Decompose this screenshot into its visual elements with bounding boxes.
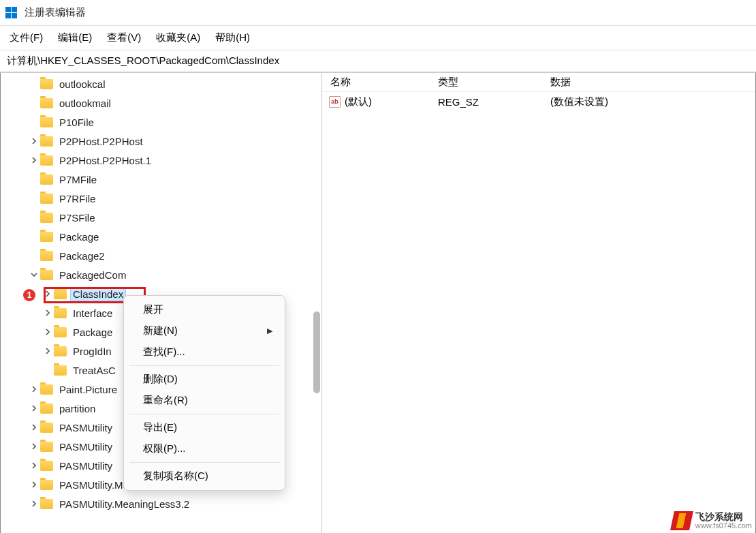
menu-export[interactable]: 导出(E) — [124, 417, 285, 438]
tree-node-label: P7MFile — [59, 174, 97, 185]
menu-rename[interactable]: 重命名(R) — [124, 390, 285, 411]
values-pane: 名称 类型 数据 ab(默认)REG_SZ(数值未设置) — [322, 73, 755, 533]
value-name: (默认) — [345, 95, 372, 108]
folder-icon — [40, 461, 53, 471]
menu-edit[interactable]: 编辑(E) — [58, 31, 92, 44]
chevron-right-icon[interactable] — [29, 384, 39, 394]
menu-separator — [129, 365, 279, 366]
menu-help[interactable]: 帮助(H) — [215, 31, 250, 44]
chevron-right-icon: ▶ — [267, 326, 272, 335]
regedit-icon — [5, 7, 18, 19]
folder-icon — [40, 98, 53, 108]
tree-node-label: TreatAsC — [73, 365, 116, 376]
chevron-right-icon[interactable] — [43, 346, 52, 356]
chevron-right-icon[interactable] — [29, 423, 39, 432]
tree-node-label: Interface — [73, 307, 112, 319]
folder-icon — [40, 79, 53, 89]
context-menu: 展开 新建(N) ▶ 查找(F)... 删除(D) 重命名(R) 导出(E) 权… — [123, 295, 285, 491]
tree-node-label: PackagedCom — [59, 269, 126, 281]
chevron-right-icon[interactable] — [29, 403, 39, 413]
value-row[interactable]: ab(默认)REG_SZ(数值未设置) — [322, 92, 755, 111]
chevron-right-icon[interactable] — [29, 461, 39, 470]
folder-icon — [40, 136, 53, 147]
menubar: 文件(F) 编辑(E) 查看(V) 收藏夹(A) 帮助(H) — [0, 26, 756, 50]
menu-view[interactable]: 查看(V) — [107, 31, 141, 44]
callout-1: 1 — [23, 289, 35, 301]
chevron-right-icon[interactable] — [29, 499, 39, 508]
addressbar[interactable]: 计算机\HKEY_CLASSES_ROOT\PackagedCom\ClassI… — [0, 50, 756, 72]
folder-icon — [40, 194, 53, 204]
menu-separator — [129, 414, 279, 414]
chevron-right-icon[interactable] — [29, 136, 39, 146]
menu-delete[interactable]: 删除(D) — [124, 369, 285, 390]
tree-node-label: ProgIdIn — [73, 346, 112, 357]
menu-delete-label: 删除(D) — [143, 373, 178, 386]
chevron-right-icon[interactable] — [43, 308, 52, 318]
tree-node[interactable]: outlookmail — [1, 93, 321, 112]
column-data[interactable]: 数据 — [550, 76, 755, 89]
tree-node[interactable]: outlookcal — [1, 74, 321, 93]
folder-icon — [40, 232, 53, 242]
menu-favorites[interactable]: 收藏夹(A) — [156, 31, 200, 44]
tree-node[interactable]: PASMUtility.MeaningLess3.2 — [1, 494, 321, 513]
menu-copy-key-name-label: 复制项名称(C) — [143, 470, 208, 483]
folder-icon — [40, 499, 53, 509]
tree-node-label: PASMUtility — [59, 460, 112, 472]
folder-icon — [54, 365, 67, 376]
tree-node[interactable]: P7SFile — [1, 208, 321, 227]
tree-node-label: P7SFile — [59, 212, 95, 224]
tree-node-label: P2PHost.P2PHost — [59, 136, 143, 147]
chevron-right-icon[interactable] — [43, 327, 52, 337]
tree-node-label: PASMUtility — [59, 441, 112, 453]
menu-separator — [129, 462, 279, 463]
menu-find[interactable]: 查找(F)... — [124, 341, 285, 363]
folder-icon — [40, 442, 53, 452]
chevron-right-icon[interactable] — [43, 289, 52, 299]
tree-node[interactable]: P7MFile — [1, 170, 321, 189]
tree-node-label: PASMUtility — [59, 422, 112, 433]
folder-icon — [40, 155, 53, 166]
tree-node[interactable]: P2PHost.P2PHost — [1, 132, 321, 151]
folder-icon — [54, 289, 67, 299]
tree-node[interactable]: P7RFile — [1, 189, 321, 208]
watermark-url: www.fs0745.com — [695, 522, 752, 530]
value-data: (数值未设置) — [550, 95, 755, 108]
tree-node[interactable]: P2PHost.P2PHost.1 — [1, 151, 321, 170]
chevron-right-icon[interactable] — [29, 155, 39, 165]
menu-new-label: 新建(N) — [143, 324, 178, 337]
tree-node[interactable]: Package2 — [1, 246, 321, 265]
tree-node[interactable]: P10File — [1, 112, 321, 132]
tree-pane: outlookcaloutlookmailP10FileP2PHost.P2PH… — [1, 73, 322, 533]
tree-node[interactable]: Package — [1, 227, 321, 246]
folder-icon — [54, 346, 67, 356]
menu-copy-key-name[interactable]: 复制项名称(C) — [124, 466, 285, 487]
main-area: outlookcaloutlookmailP10FileP2PHost.P2PH… — [0, 72, 756, 533]
tree-node-label: Package — [73, 326, 112, 338]
menu-rename-label: 重命名(R) — [143, 394, 188, 407]
value-type: REG_SZ — [438, 96, 550, 108]
chevron-right-icon[interactable] — [29, 442, 39, 451]
column-type[interactable]: 类型 — [438, 76, 550, 89]
menu-expand[interactable]: 展开 — [124, 299, 285, 320]
column-name[interactable]: 名称 — [322, 76, 438, 89]
menu-new[interactable]: 新建(N) ▶ — [124, 320, 285, 341]
tree-node-label: P10File — [59, 117, 94, 128]
tree-node-label: P2PHost.P2PHost.1 — [59, 155, 151, 166]
folder-icon — [40, 213, 53, 223]
chevron-down-icon[interactable] — [29, 270, 39, 279]
tree-node-label: outlookmail — [59, 97, 111, 109]
folder-icon — [40, 251, 53, 261]
values-list[interactable]: ab(默认)REG_SZ(数值未设置) — [322, 92, 755, 111]
chevron-right-icon[interactable] — [29, 480, 39, 489]
menu-expand-label: 展开 — [143, 303, 163, 316]
titlebar: 注册表编辑器 — [0, 0, 756, 26]
tree-node-label: Package — [59, 231, 99, 243]
tree-node[interactable]: PackagedCom — [1, 265, 321, 284]
menu-permissions-label: 权限(P)... — [143, 442, 186, 455]
tree-node-label: PASMUtility.MeaningLess3.2 — [59, 498, 189, 510]
menu-find-label: 查找(F)... — [143, 346, 185, 359]
address-path: 计算机\HKEY_CLASSES_ROOT\PackagedCom\ClassI… — [7, 55, 279, 67]
menu-file[interactable]: 文件(F) — [10, 31, 43, 44]
menu-permissions[interactable]: 权限(P)... — [124, 438, 285, 459]
tree-scrollbar-thumb[interactable] — [313, 311, 320, 393]
